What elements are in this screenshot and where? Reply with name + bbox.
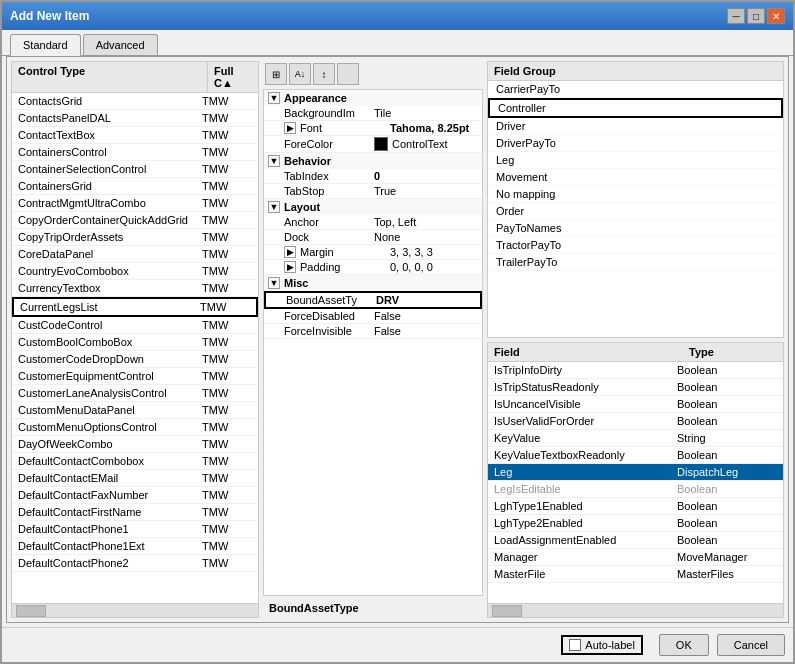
grid-view-button[interactable]: ⊞ [265, 63, 287, 85]
tab-advanced[interactable]: Advanced [83, 34, 158, 55]
fg-item-order[interactable]: Order [488, 203, 783, 220]
auto-label-checkbox[interactable] [569, 639, 581, 651]
fg-item-driverpayto[interactable]: DriverPayTo [488, 135, 783, 152]
list-item[interactable]: CountryEvoComboboxTMW [12, 263, 258, 280]
minimize-button[interactable]: ─ [727, 8, 745, 24]
ok-button[interactable]: OK [659, 634, 709, 656]
list-item[interactable]: ContainerSelectionControlTMW [12, 161, 258, 178]
list-item[interactable]: DefaultContactPhone2TMW [12, 555, 258, 572]
misc-section[interactable]: ▼ Misc [264, 275, 482, 291]
fg-item-movement[interactable]: Movement [488, 169, 783, 186]
appearance-label: Appearance [284, 92, 347, 104]
color-swatch [374, 137, 388, 151]
list-item[interactable]: ContactTextBoxTMW [12, 127, 258, 144]
prop-forecolor[interactable]: ForeColor ControlText [264, 136, 482, 153]
list-item-current-legs-list[interactable]: CurrentLegsListTMW [12, 297, 258, 317]
margin-expand-icon: ▶ [284, 246, 296, 258]
field-header-col1: Field [488, 343, 683, 361]
prop-forceinvisible[interactable]: ForceInvisible False [264, 324, 482, 339]
sort-button[interactable]: ↕ [313, 63, 335, 85]
fields-header: Field Type [488, 343, 783, 362]
prop-tabstop[interactable]: TabStop True [264, 184, 482, 199]
field-row[interactable]: ManagerMoveManager [488, 549, 783, 566]
field-row[interactable]: LegIsEditableBoolean [488, 481, 783, 498]
field-row[interactable]: IsUncancelVisibleBoolean [488, 396, 783, 413]
list-item[interactable]: ContainersControlTMW [12, 144, 258, 161]
list-item[interactable]: CoreDataPanelTMW [12, 246, 258, 263]
fg-item-leg[interactable]: Leg [488, 152, 783, 169]
blank-button[interactable] [337, 63, 359, 85]
list-item[interactable]: CustomMenuDataPanelTMW [12, 402, 258, 419]
layout-section[interactable]: ▼ Layout [264, 199, 482, 215]
field-row[interactable]: LoadAssignmentEnabledBoolean [488, 532, 783, 549]
close-button[interactable]: ✕ [767, 8, 785, 24]
list-item[interactable]: ContactsGridTMW [12, 93, 258, 110]
list-item[interactable]: CustomerCodeDropDownTMW [12, 351, 258, 368]
field-row[interactable]: IsUserValidForOrderBoolean [488, 413, 783, 430]
prop-font[interactable]: ▶ Font Tahoma, 8.25pt [264, 121, 482, 136]
field-row[interactable]: IsTripStatusReadonlyBoolean [488, 379, 783, 396]
list-item[interactable]: DefaultContactPhone1TMW [12, 521, 258, 538]
list-item[interactable]: CustomerEquipmentControlTMW [12, 368, 258, 385]
list-item[interactable]: CurrencyTextboxTMW [12, 280, 258, 297]
appearance-section[interactable]: ▼ Appearance [264, 90, 482, 106]
list-item[interactable]: DefaultContactFaxNumberTMW [12, 487, 258, 504]
list-item[interactable]: ContainersGridTMW [12, 178, 258, 195]
list-item[interactable]: DefaultContactEMailTMW [12, 470, 258, 487]
list-item[interactable]: DefaultContactComboboxTMW [12, 453, 258, 470]
list-item[interactable]: ContractMgmtUltraComboTMW [12, 195, 258, 212]
fields-list[interactable]: IsTripInfoDirtyBoolean IsTripStatusReado… [488, 362, 783, 604]
prop-padding[interactable]: ▶ Padding 0, 0, 0, 0 [264, 260, 482, 275]
fg-item-no-mapping[interactable]: No mapping [488, 186, 783, 203]
behavior-section[interactable]: ▼ Behavior [264, 153, 482, 169]
fg-item-tractorpayto[interactable]: TractorPayTo [488, 237, 783, 254]
prop-backgroundim[interactable]: BackgroundIm Tile [264, 106, 482, 121]
field-row[interactable]: KeyValueTextboxReadonlyBoolean [488, 447, 783, 464]
list-item[interactable]: DefaultContactPhone1ExtTMW [12, 538, 258, 555]
fg-item-trailerpayto[interactable]: TrailerPayTo [488, 254, 783, 271]
field-row[interactable]: LghType2EnabledBoolean [488, 515, 783, 532]
fg-item-paytonames[interactable]: PayToNames [488, 220, 783, 237]
list-item[interactable]: CustomerLaneAnalysisControlTMW [12, 385, 258, 402]
field-group-list[interactable]: CarrierPayTo Controller Driver DriverPay… [488, 81, 783, 337]
expand-icon: ▼ [268, 201, 280, 213]
list-item[interactable]: CopyTripOrderAssetsTMW [12, 229, 258, 246]
list-item[interactable]: DefaultContactFirstNameTMW [12, 504, 258, 521]
fg-item-controller[interactable]: Controller [488, 98, 783, 118]
list-item[interactable]: CopyOrderContainerQuickAddGridTMW [12, 212, 258, 229]
maximize-button[interactable]: □ [747, 8, 765, 24]
prop-forcedisabled[interactable]: ForceDisabled False [264, 309, 482, 324]
expand-icon: ▼ [268, 277, 280, 289]
title-bar-buttons: ─ □ ✕ [727, 8, 785, 24]
font-expand-icon: ▶ [284, 122, 296, 134]
field-row[interactable]: LghType1EnabledBoolean [488, 498, 783, 515]
list-item[interactable]: DayOfWeekComboTMW [12, 436, 258, 453]
list-item[interactable]: CustomBoolComboBoxTMW [12, 334, 258, 351]
list-item[interactable]: ContactsPanelDALTMW [12, 110, 258, 127]
left-panel: Control Type Full C▲ ContactsGridTMW Con… [11, 61, 259, 618]
prop-margin[interactable]: ▶ Margin 3, 3, 3, 3 [264, 245, 482, 260]
fg-item-carrierpayto[interactable]: CarrierPayTo [488, 81, 783, 98]
tab-standard[interactable]: Standard [10, 34, 81, 56]
prop-tabindex[interactable]: TabIndex 0 [264, 169, 482, 184]
control-type-list[interactable]: ContactsGridTMW ContactsPanelDALTMW Cont… [12, 93, 258, 603]
properties-panel: ▼ Appearance BackgroundIm Tile ▶ Font Ta… [263, 89, 483, 596]
auto-label-text: Auto-label [585, 639, 635, 651]
prop-dock[interactable]: Dock None [264, 230, 482, 245]
field-row-leg[interactable]: LegDispatchLeg [488, 464, 783, 481]
right-panel: Field Group CarrierPayTo Controller Driv… [487, 61, 784, 618]
list-item[interactable]: CustomMenuOptionsControlTMW [12, 419, 258, 436]
title-bar-text: Add New Item [10, 9, 89, 23]
fg-item-driver[interactable]: Driver [488, 118, 783, 135]
tab-bar: Standard Advanced [2, 30, 793, 56]
field-row[interactable]: MasterFileMasterFiles [488, 566, 783, 583]
sort-az-button[interactable]: A↓ [289, 63, 311, 85]
field-row[interactable]: KeyValueString [488, 430, 783, 447]
cancel-button[interactable]: Cancel [717, 634, 785, 656]
field-row[interactable]: IsTripInfoDirtyBoolean [488, 362, 783, 379]
prop-anchor[interactable]: Anchor Top, Left [264, 215, 482, 230]
prop-boundassetty[interactable]: BoundAssetTy DRV [264, 291, 482, 309]
list-item[interactable]: CustCodeControlTMW [12, 317, 258, 334]
field-header-col2: Type [683, 343, 783, 361]
list-header-control-type: Control Type [12, 62, 208, 92]
